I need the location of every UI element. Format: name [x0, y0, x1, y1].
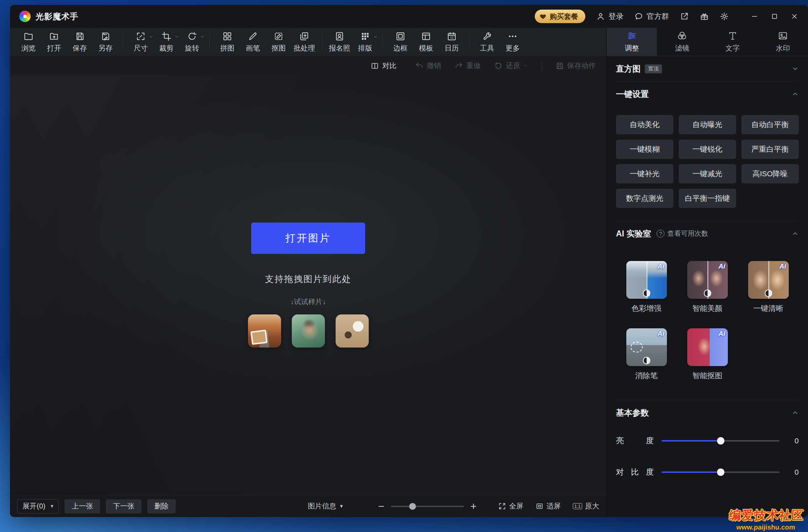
panel-sections: 直方图 置顶 一键设置 自动美化 自动曝光 自动白平衡 一键 — [607, 56, 808, 517]
ai-badge: Ai — [719, 262, 725, 270]
chevron-down-icon[interactable] — [174, 34, 179, 39]
tool-batch[interactable]: 批处理 — [291, 31, 317, 53]
restore-button[interactable]: 还原 — [494, 61, 528, 71]
sample-image-portrait[interactable] — [292, 314, 325, 348]
login-button[interactable]: 登录 — [596, 11, 623, 21]
fit-screen-icon — [535, 502, 544, 510]
ai-one-key-clarity-thumb[interactable]: Ai — [748, 261, 789, 299]
chevron-down-icon[interactable] — [373, 34, 378, 39]
titlebar[interactable]: 光影魔术手 购买套餐 登录 官方群 — [10, 5, 808, 28]
tool-template[interactable]: 模板 — [413, 31, 439, 53]
tool-save-as[interactable]: 另存 — [93, 31, 118, 53]
tool-resize[interactable]: 尺寸 — [128, 31, 154, 53]
tool-crop[interactable]: 裁剪 — [154, 31, 179, 53]
sample-image-canyon[interactable] — [248, 314, 281, 348]
chevron-up-icon[interactable] — [792, 230, 799, 237]
layout-grid-icon — [360, 31, 370, 41]
tool-id-photo[interactable]: 报名照 — [327, 31, 352, 53]
prev-image-button[interactable]: 上一张 — [64, 499, 100, 513]
gift-icon[interactable] — [700, 12, 709, 21]
ai-color-enhance-thumb[interactable]: Ai — [626, 261, 667, 299]
severe-white-balance-button[interactable]: 严重白平衡 — [741, 140, 799, 159]
chevron-up-icon[interactable] — [792, 409, 799, 416]
chevron-up-icon[interactable] — [792, 90, 799, 98]
redo-button[interactable]: 重做 — [455, 61, 481, 71]
share-icon[interactable] — [680, 12, 689, 21]
high-iso-denoise-button[interactable]: 高ISO降噪 — [741, 164, 799, 183]
tool-rotate[interactable]: 旋转 — [179, 31, 205, 53]
ai-lab-header[interactable]: AI 实验室 ? 查看可用次数 — [616, 221, 799, 246]
tab-adjust[interactable]: 调整 — [607, 28, 657, 56]
one-key-header[interactable]: 一键设置 — [616, 82, 799, 106]
brightness-slider[interactable] — [662, 440, 779, 442]
buy-plan-label: 购买套餐 — [550, 12, 578, 21]
next-image-button[interactable]: 下一张 — [106, 499, 141, 513]
tool-tools[interactable]: 工具 — [474, 31, 500, 53]
tool-frame[interactable]: 边框 — [388, 31, 413, 53]
digital-spot-metering-button[interactable]: 数字点测光 — [616, 189, 673, 208]
chevron-down-icon[interactable] — [792, 65, 799, 72]
tab-watermark[interactable]: 水印 — [758, 28, 808, 56]
settings-gear-icon[interactable] — [720, 12, 729, 21]
ai-smart-beauty[interactable]: Ai 智能美颜 — [687, 261, 728, 313]
save-action-button[interactable]: 保存动作 — [555, 61, 596, 71]
tool-collage[interactable]: 拼图 — [214, 31, 240, 53]
brightness-slider-handle[interactable] — [717, 437, 724, 445]
buy-plan-button[interactable]: 购买套餐 — [535, 10, 585, 23]
ai-smart-matting[interactable]: Ai 智能抠图 — [687, 328, 728, 381]
usage-link[interactable]: ? 查看可用次数 — [657, 229, 708, 238]
official-group-button[interactable]: 官方群 — [634, 11, 669, 21]
undo-button[interactable]: 撤销 — [415, 61, 441, 71]
one-key-fill-light-button[interactable]: 一键补光 — [616, 164, 673, 183]
one-key-dim-light-button[interactable]: 一键减光 — [679, 164, 736, 183]
delete-image-button[interactable]: 删除 — [147, 499, 176, 513]
ai-color-enhance[interactable]: Ai 色彩增强 — [626, 261, 667, 313]
basic-params-header[interactable]: 基本参数 — [616, 400, 799, 425]
tab-text[interactable]: 文字 — [708, 28, 758, 56]
auto-exposure-button[interactable]: 自动曝光 — [679, 115, 736, 134]
expand-filmstrip-button[interactable]: 展开(0) ▼ — [17, 499, 59, 513]
tool-browse[interactable]: 浏览 — [16, 31, 41, 53]
compare-button[interactable]: 对比 — [371, 61, 397, 71]
section-basic-params: 基本参数 亮度 0 对比度 — [616, 400, 799, 488]
ai-eraser-pen[interactable]: Ai 消除笔 — [626, 328, 667, 381]
tool-calendar[interactable]: 12 日历 — [439, 31, 465, 53]
auto-white-balance-button[interactable]: 自动白平衡 — [741, 115, 799, 134]
ai-smart-matting-thumb[interactable]: Ai — [687, 328, 728, 366]
ai-one-key-clarity[interactable]: Ai 一键清晰 — [748, 261, 789, 313]
chevron-down-icon[interactable] — [200, 34, 205, 39]
open-image-button[interactable]: 打开图片 — [251, 223, 365, 254]
zoom-slider-handle[interactable] — [409, 503, 416, 510]
tool-matting[interactable]: 抠图 — [266, 31, 291, 53]
tab-filters[interactable]: 滤镜 — [657, 28, 707, 56]
minimize-button[interactable] — [745, 8, 765, 25]
chevron-down-icon[interactable] — [149, 34, 154, 39]
zoom-out-button[interactable]: − — [375, 500, 387, 512]
fit-screen-button[interactable]: 适屏 — [535, 501, 561, 511]
tool-layout[interactable]: 排版 — [352, 31, 378, 53]
contrast-slider[interactable] — [662, 471, 779, 473]
sample-image-flatlay[interactable] — [336, 314, 369, 348]
one-key-sharpen-button[interactable]: 一键锐化 — [679, 140, 736, 159]
image-canvas[interactable]: 打开图片 支持拖拽图片到此处 ↓试试样片↓ — [10, 75, 606, 495]
pin-top-badge[interactable]: 置顶 — [645, 64, 662, 73]
zoom-in-button[interactable]: + — [467, 500, 480, 512]
slider-fill — [662, 471, 721, 473]
image-info-button[interactable]: 图片信息 ▼ — [308, 501, 344, 511]
contrast-slider-handle[interactable] — [717, 469, 724, 476]
tool-brush[interactable]: 画笔 — [240, 31, 266, 53]
close-button[interactable] — [784, 8, 804, 25]
fullscreen-button[interactable]: 全屏 — [498, 501, 523, 511]
tool-more[interactable]: 更多 — [500, 31, 525, 53]
ai-eraser-pen-thumb[interactable]: Ai — [626, 328, 667, 366]
zoom-slider[interactable] — [391, 506, 464, 507]
one-key-blur-button[interactable]: 一键模糊 — [616, 140, 673, 159]
tool-open[interactable]: 打开 — [41, 31, 67, 53]
ai-smart-beauty-thumb[interactable]: Ai — [687, 261, 728, 299]
actual-size-button[interactable]: 1:1 原大 — [573, 501, 599, 511]
white-balance-one-touch-button[interactable]: 白平衡一指键 — [679, 189, 736, 208]
histogram-header[interactable]: 直方图 置顶 — [616, 56, 799, 81]
tool-save[interactable]: 保存 — [67, 31, 93, 53]
auto-beautify-button[interactable]: 自动美化 — [616, 115, 673, 134]
maximize-button[interactable] — [765, 8, 784, 25]
